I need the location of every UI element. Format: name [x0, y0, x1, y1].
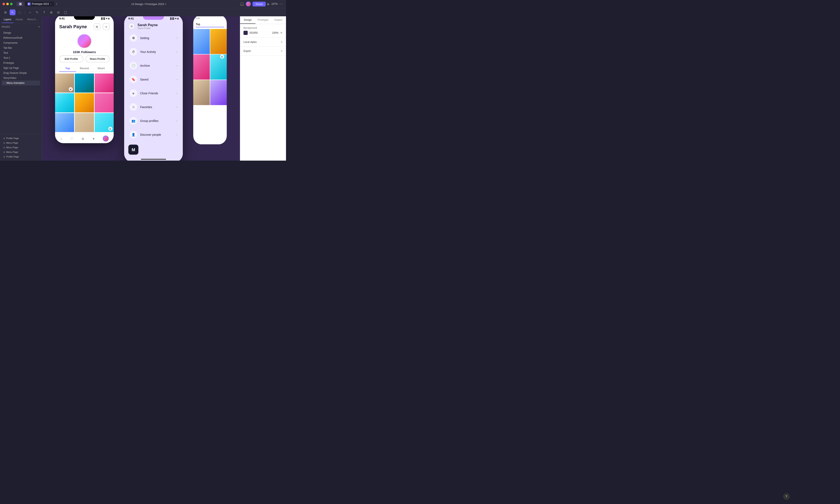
tab-menu-a[interactable]: Menu A...: [25, 16, 40, 23]
battery-icon-2: ▮: [177, 17, 178, 20]
layer-menu-page-1[interactable]: ⊞ Menu Page: [2, 141, 40, 145]
share-button[interactable]: Share: [253, 2, 266, 6]
background-color-swatch[interactable]: [243, 31, 248, 35]
share-profile-btn[interactable]: Share Profile: [85, 55, 109, 62]
nav-avatar[interactable]: [103, 136, 109, 142]
prototype-tab-label: Prototype 2023: [32, 2, 49, 5]
dot-nav-icon[interactable]: ●: [92, 137, 95, 141]
layer-menu-page-2[interactable]: ⊞ Menu Page: [2, 145, 40, 150]
prototype-favicon: ▤: [28, 2, 31, 5]
tab-design[interactable]: Design: [240, 16, 255, 24]
export-label: Export: [243, 50, 251, 53]
page-item-design[interactable]: Design: [2, 30, 40, 35]
photo-3: [95, 74, 114, 93]
tab-layers[interactable]: Layers: [2, 16, 13, 23]
add-nav-icon[interactable]: ⊕: [82, 137, 84, 141]
page-item-menu-animation[interactable]: ✓ Menu Animation: [2, 80, 40, 86]
tab-inspect[interactable]: Inspect: [271, 16, 286, 24]
add-page-btn[interactable]: +: [38, 25, 40, 29]
boolean-tool[interactable]: ⊟: [55, 10, 61, 15]
page-item-signup[interactable]: Sign Up Page: [2, 66, 40, 71]
layer-profile-page-2[interactable]: ⊞ Profile Page: [2, 154, 40, 159]
menu-item-favorites[interactable]: ☆ Favorites ›: [127, 101, 180, 113]
pen-tool[interactable]: ✎: [34, 10, 40, 15]
add-local-style-btn[interactable]: +: [281, 40, 282, 44]
partial-edit-label: Edit: [193, 16, 227, 21]
tab-assets[interactable]: Assets: [13, 16, 25, 23]
layer-profile-page-1[interactable]: ⊞ Profile Page: [2, 136, 40, 141]
signal-icon-2: ▐▐▐: [170, 17, 174, 20]
page-item-test2[interactable]: Test 2: [2, 55, 40, 60]
sidebar-tabs: Layers Assets Menu A...: [0, 16, 42, 23]
comment-tool[interactable]: ◯: [63, 10, 68, 15]
play-btn-2[interactable]: ▶: [108, 127, 113, 131]
minimize-traffic-light[interactable]: [6, 3, 9, 5]
play-btn-1[interactable]: ▶: [69, 87, 73, 91]
more-options-icon[interactable]: ···: [279, 2, 284, 6]
prototype-tab[interactable]: ▤ Prototype 2023 ×: [25, 2, 54, 6]
tab-prototype[interactable]: Prototype: [255, 16, 271, 24]
avatar-image: [78, 35, 91, 48]
add-export-btn[interactable]: +: [281, 49, 282, 53]
menu-item-saved[interactable]: 🔖 Saved ›: [127, 73, 180, 86]
page-item-drag[interactable]: Drag Gesture Simple: [2, 71, 40, 75]
browser-home-tab[interactable]: 🏠: [16, 2, 24, 6]
add-post-icon[interactable]: ⊞: [93, 23, 100, 30]
fullscreen-traffic-light[interactable]: [10, 3, 13, 5]
menu-item-close-friends[interactable]: ≡ Close Friends ›: [127, 87, 180, 100]
menu-close-btn[interactable]: ✕: [128, 23, 135, 30]
menu-item-discover[interactable]: 👤 Discover people ›: [127, 128, 180, 141]
archive-icon: 🕐: [130, 62, 137, 69]
partial-photo-5: [193, 80, 210, 105]
page-item-tabbar[interactable]: Tab Bar: [2, 46, 40, 50]
new-tab-btn[interactable]: +: [56, 2, 57, 6]
user-avatar[interactable]: [246, 1, 251, 6]
menu-item-archive[interactable]: 🕐 Archive ›: [127, 59, 180, 72]
photo-9: ▶: [95, 113, 114, 132]
menu-item-setting[interactable]: ⚙ Setting ›: [127, 32, 180, 44]
page-item-components[interactable]: Components: [2, 40, 40, 46]
layer-menu-page-3[interactable]: ⊞ Menu Page: [2, 150, 40, 154]
tab-recent[interactable]: Recent: [76, 65, 93, 72]
canvas[interactable]: Profile Page 9:41 ▐▐▐ ≋ ▮ Sarah Payne: [42, 16, 240, 161]
menu-user-info: Sarah Payne Show Profile: [138, 23, 178, 30]
page-item-story[interactable]: Story/Video: [2, 75, 40, 80]
page-item-references[interactable]: References/Draft: [2, 35, 40, 40]
frame-tool[interactable]: ⬚: [17, 10, 23, 15]
layers-section: ⊞ Profile Page ⊞ Menu Page ⊞ Menu Page ⊞…: [0, 134, 42, 161]
setting-icon: ⚙: [130, 34, 137, 42]
photo-2: [75, 74, 94, 93]
tab-short[interactable]: Short: [93, 65, 109, 72]
photo-1: ▶: [55, 74, 74, 93]
menu-bottom: M: [124, 142, 183, 157]
layer-icon-5: ⊞: [3, 156, 5, 158]
select-tool[interactable]: ↖: [10, 10, 16, 15]
menu-header: ✕ Sarah Payne Show Profile: [124, 21, 183, 32]
partial-photo-4: ▶: [210, 55, 227, 80]
text-tool[interactable]: T: [41, 10, 47, 15]
visibility-toggle[interactable]: 👁: [280, 31, 282, 34]
close-friends-label: Close Friends: [140, 92, 176, 95]
background-color-row: 352850 100% 👁: [243, 31, 282, 35]
menu-icon[interactable]: ≡: [103, 23, 109, 30]
move-tool[interactable]: ⊞: [2, 10, 8, 15]
heart-nav-icon[interactable]: ♡: [70, 137, 73, 141]
home-nav-icon[interactable]: ⌂: [60, 137, 62, 141]
phone-notch-2: [143, 16, 164, 20]
edit-profile-btn[interactable]: Edit Profile: [59, 55, 83, 62]
tab-close-btn[interactable]: ×: [50, 3, 51, 5]
partial-play-btn[interactable]: ▶: [220, 55, 224, 59]
tab-top[interactable]: Top: [59, 65, 76, 72]
menu-item-activity[interactable]: ⏱ Your Activity ›: [127, 46, 180, 58]
page-item-test[interactable]: Test: [2, 50, 40, 55]
close-traffic-light[interactable]: [2, 3, 5, 5]
headphone-icon: 🎧: [240, 2, 244, 6]
menu-item-group-profiles[interactable]: 👥 Group profiles ›: [127, 114, 180, 127]
components-tool[interactable]: ⊞: [48, 10, 54, 15]
page-item-prototype[interactable]: Prototype: [2, 60, 40, 66]
main-layout: Layers Assets Menu A... Pages + Design R…: [0, 16, 286, 161]
shape-tool[interactable]: ○: [27, 10, 33, 15]
signal-icon-1: ▐▐▐: [101, 17, 105, 20]
photo-5: [75, 93, 94, 112]
wifi-icon-2: ≋: [175, 17, 176, 20]
